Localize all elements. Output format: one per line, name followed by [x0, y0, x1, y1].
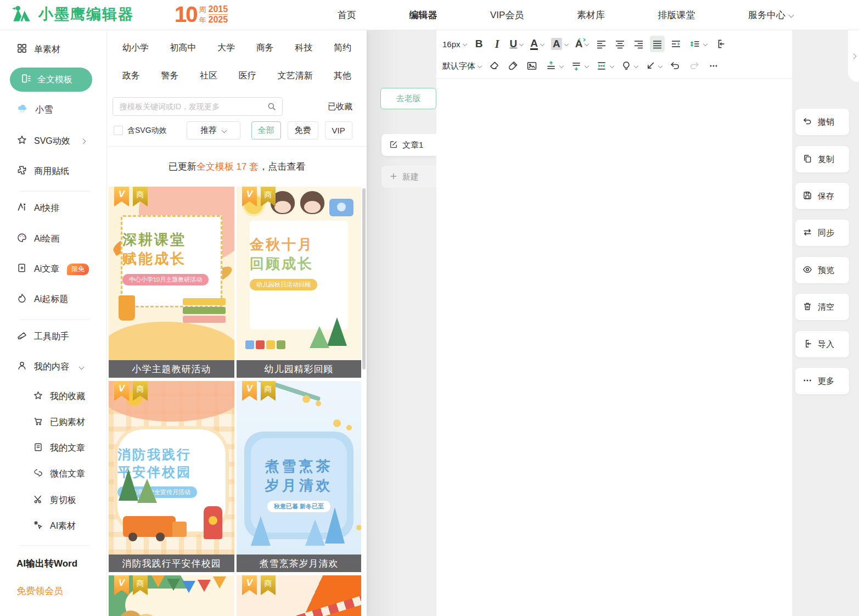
format-painter-button[interactable] — [506, 58, 520, 74]
sidebar-item-svg-effects[interactable]: SVG动效 — [16, 133, 85, 149]
category-medical[interactable]: 医疗 — [239, 70, 256, 82]
align-center-button[interactable] — [613, 36, 627, 52]
filter-all-button[interactable]: 全部 — [251, 121, 281, 139]
new-article-tab[interactable]: 新建 — [381, 166, 436, 188]
more-action-button[interactable]: 更多 — [795, 368, 849, 394]
filter-free-button[interactable]: 免费 — [288, 121, 318, 139]
font-color-button[interactable]: A — [529, 36, 546, 52]
highlight-color-button[interactable]: A — [549, 36, 570, 52]
clear-format-button[interactable] — [487, 58, 502, 74]
category-police[interactable]: 警务 — [161, 70, 179, 82]
sync-action-button[interactable]: 同步 — [795, 220, 849, 246]
sidebar-item-ai-title[interactable]: Ai起标题 — [16, 291, 68, 307]
idea-bulb-button[interactable] — [619, 58, 639, 74]
category-other[interactable]: 其他 — [334, 70, 351, 82]
sidebar-item-full-template[interactable]: 全文模板 — [10, 68, 92, 92]
import-action-button[interactable]: 导入 — [795, 331, 849, 357]
template-card[interactable]: 金秋十月 回顾成长 幼儿园秋日活动回顾 V 商 幼儿园精彩回顾 — [237, 187, 361, 378]
undo-button[interactable] — [667, 58, 683, 74]
vip-ribbon-badge: V — [114, 187, 129, 206]
sidebar-item-my-favorites[interactable]: 我的收藏 — [33, 388, 85, 405]
sidebar-item-stickers[interactable]: 商用贴纸 — [16, 163, 69, 180]
insert-image-button[interactable] — [524, 58, 540, 74]
align-justify-button[interactable] — [650, 36, 665, 52]
clear-action-button[interactable]: 清空 — [795, 294, 849, 320]
free-vip-link[interactable]: 免费领会员 — [16, 585, 63, 597]
undo-action-button[interactable]: 撤销 — [795, 109, 849, 135]
align-left-button[interactable] — [594, 36, 609, 52]
sidebar-item-xiaoxue[interactable]: 小雪 — [16, 102, 53, 118]
template-card[interactable]: 煮雪烹茶 岁月清欢 秋意已暮 新冬已至 V 商 煮雪烹茶岁月清欢 — [237, 381, 361, 572]
category-government[interactable]: 政务 — [122, 70, 140, 82]
template-card[interactable]: V 商 — [237, 575, 361, 616]
ellipsis-icon — [802, 376, 812, 387]
category-simple[interactable]: 简约 — [334, 42, 351, 54]
font-size-select[interactable]: 16px — [441, 36, 468, 52]
font-family-select[interactable]: 默认字体 — [441, 58, 483, 74]
save-action-button[interactable]: 保存 — [795, 183, 849, 209]
chevron-down-icon — [634, 64, 638, 68]
svg-effect-checkbox[interactable] — [114, 126, 123, 135]
template-card[interactable]: 消防我践行 平安伴校园 校园消防安全宣传月活动 V 商 消防我践行平安伴校园 — [109, 381, 234, 572]
panel-scrollbar[interactable] — [362, 188, 366, 369]
update-notice[interactable]: 已更新 全文模板 17 套 ，点击查看 — [107, 147, 367, 186]
category-highschool[interactable]: 初高中 — [170, 42, 196, 54]
italic-button[interactable]: I — [490, 36, 504, 52]
category-tech[interactable]: 科技 — [295, 42, 312, 54]
margin-bottom-button[interactable] — [569, 58, 590, 74]
sidebar-item-ai-article[interactable]: Ai文章 限免 — [16, 261, 89, 277]
margin-top-button[interactable] — [543, 58, 565, 74]
category-artsy[interactable]: 文艺清新 — [277, 70, 312, 82]
outdent-bracket-button[interactable] — [712, 36, 728, 52]
sort-dropdown[interactable]: 推荐 — [187, 121, 240, 139]
sidebar-item-my-articles[interactable]: 我的文章 — [33, 440, 85, 456]
bold-button[interactable]: B — [472, 36, 486, 52]
category-business[interactable]: 商务 — [256, 42, 274, 54]
nav-course[interactable]: 排版课堂 — [658, 9, 695, 21]
letter-spacing-button[interactable]: A — [574, 36, 591, 52]
template-card[interactable]: 深耕课堂 赋能成长 中心小学10月主题教研活动 V 商 小学主题教研活动 — [109, 187, 234, 378]
copy-action-button[interactable]: 复制 — [795, 146, 849, 172]
search-icon[interactable] — [267, 102, 277, 111]
more-tools-button[interactable] — [706, 58, 721, 74]
nav-editor[interactable]: 编辑器 — [409, 9, 437, 21]
toolbar-row-1: 16px B I U A A A — [441, 35, 790, 53]
ai-to-word-link[interactable]: AI输出转Word — [16, 557, 77, 570]
editor-canvas[interactable]: 16px B I U A A A 默认字体 — [436, 30, 792, 616]
sidebar-item-ai-material[interactable]: AI素材 — [33, 518, 76, 534]
editor-content-area[interactable] — [436, 79, 792, 616]
category-row-2: 政务 警务 社区 医疗 文艺清新 其他 — [122, 70, 351, 82]
category-university[interactable]: 大学 — [217, 42, 235, 54]
filter-vip-button[interactable]: VIP — [325, 121, 352, 139]
collected-link[interactable]: 已收藏 — [328, 102, 352, 112]
sidebar-item-ai-paint[interactable]: Ai绘画 — [16, 231, 59, 247]
search-input[interactable] — [113, 102, 267, 111]
sidebar-item-clipboard[interactable]: 剪切板 — [33, 492, 76, 508]
sidebar-item-my-content[interactable]: 我的内容 — [16, 359, 83, 375]
sidebar-item-ai-layout[interactable]: Ai快排 — [16, 200, 59, 216]
nav-vip[interactable]: VIP会员 — [490, 9, 524, 21]
preview-action-button[interactable]: 预览 — [795, 257, 849, 283]
sidebar-item-single-material[interactable]: 单素材 — [16, 41, 60, 58]
word-spacing-button[interactable] — [594, 58, 615, 74]
line-height-button[interactable] — [687, 36, 709, 52]
go-old-version-button[interactable]: 去老版 — [380, 88, 436, 109]
corner-arrow-button[interactable] — [643, 58, 664, 74]
collapse-panel-toggle[interactable] — [848, 30, 859, 82]
align-right-button[interactable] — [631, 36, 646, 52]
sidebar-item-tool-assistant[interactable]: 工具助手 — [16, 328, 69, 345]
nav-service[interactable]: 服务中心 — [748, 9, 793, 21]
nav-materials[interactable]: 素材库 — [577, 9, 605, 21]
app-logo[interactable]: 小墨鹰编辑器 — [10, 4, 134, 25]
indent-button[interactable] — [669, 36, 683, 52]
category-kindergarten[interactable]: 幼小学 — [122, 42, 149, 54]
sidebar-item-purchased[interactable]: 已购素材 — [33, 414, 85, 430]
sidebar-item-wechat-articles[interactable]: 微信文章 — [33, 466, 85, 482]
redo-button[interactable] — [687, 58, 702, 74]
category-row-1: 幼小学 初高中 大学 商务 科技 简约 — [122, 42, 351, 54]
nav-home[interactable]: 首页 — [338, 9, 356, 21]
underline-button[interactable]: U — [508, 36, 525, 52]
category-community[interactable]: 社区 — [200, 70, 217, 82]
article-tab[interactable]: 文章1 — [381, 134, 436, 156]
template-card[interactable]: V 商 — [109, 575, 234, 616]
